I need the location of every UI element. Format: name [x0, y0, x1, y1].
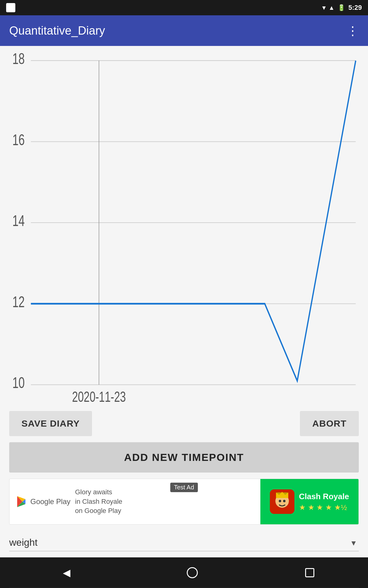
signal-icon: ▲	[328, 4, 335, 11]
y-label-14: 14	[12, 212, 25, 229]
clash-royale-stars: ★ ★ ★ ★ ★½	[299, 503, 349, 512]
nav-back-button[interactable]: ◀	[54, 564, 80, 582]
clash-royale-title: Clash Royale	[299, 492, 349, 501]
app-title: Quantitative_Diary	[9, 24, 105, 37]
x-axis-label: 2020-11-23	[72, 389, 126, 402]
ad-banner[interactable]: Test Ad Google Play Glory awaitsin Clash…	[9, 479, 359, 525]
category-dropdown[interactable]: weight sleep mood steps	[9, 534, 359, 551]
wifi-icon: ▾	[322, 4, 325, 11]
status-bar-left	[6, 3, 15, 12]
clash-info: Clash Royale ★ ★ ★ ★ ★½	[299, 492, 349, 512]
nav-home-button[interactable]	[187, 567, 198, 578]
ad-left: Google Play Glory awaitsin Clash Royaleo…	[10, 488, 260, 516]
chart-wrapper: 18 16 14 12 10 2020-11-23	[6, 52, 359, 402]
save-diary-button[interactable]: SAVE DIARY	[9, 411, 92, 436]
google-play-icon	[16, 496, 28, 508]
abort-button[interactable]: ABORT	[300, 411, 359, 436]
status-bar-right: ▾ ▲ 🔋 5:29	[322, 4, 362, 12]
chart-area: 18 16 14 12 10 2020-11-23	[0, 46, 368, 405]
nav-bar: ◀	[0, 557, 368, 588]
dropdown-container: weight sleep mood steps ▾	[0, 531, 368, 557]
svg-point-15	[283, 500, 286, 502]
line-chart: 18 16 14 12 10 2020-11-23	[6, 52, 359, 402]
ad-right: Clash Royale ★ ★ ★ ★ ★½	[260, 479, 358, 525]
y-label-12: 12	[12, 293, 25, 310]
y-label-16: 16	[12, 131, 25, 148]
clash-royale-icon	[270, 489, 294, 514]
add-timepoint-button[interactable]: ADD NEW TIMEPOINT	[9, 442, 359, 473]
chart-line	[31, 61, 356, 381]
y-label-18: 18	[12, 52, 25, 67]
ad-label: Test Ad	[170, 483, 198, 492]
battery-icon: 🔋	[338, 4, 345, 11]
screenshot-icon	[6, 3, 15, 12]
google-play-logo: Google Play	[16, 496, 71, 508]
dropdown-wrapper[interactable]: weight sleep mood steps ▾	[9, 534, 359, 551]
app-bar: Quantitative_Diary ⋮	[0, 15, 368, 46]
more-icon[interactable]: ⋮	[347, 24, 359, 38]
status-time: 5:29	[348, 4, 362, 12]
buttons-row: SAVE DIARY ABORT	[0, 405, 368, 442]
svg-point-14	[279, 500, 281, 502]
ad-body-text: Glory awaitsin Clash Royaleon Google Pla…	[75, 488, 122, 516]
y-label-10: 10	[12, 374, 25, 391]
nav-recents-button[interactable]	[305, 568, 314, 577]
status-bar: ▾ ▲ 🔋 5:29	[0, 0, 368, 15]
clash-king-icon	[270, 489, 294, 514]
google-play-text: Google Play	[30, 497, 71, 506]
